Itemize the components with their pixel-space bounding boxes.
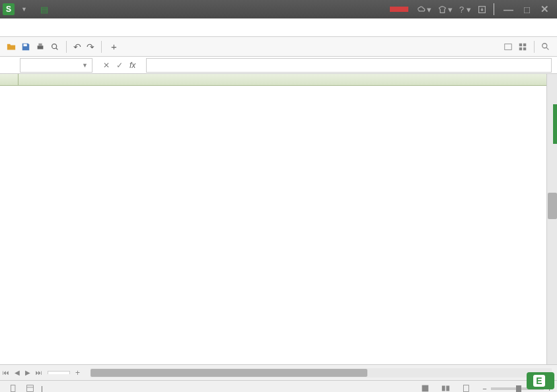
column-headers xyxy=(0,74,546,86)
svg-rect-13 xyxy=(422,385,429,392)
view-page-icon[interactable] xyxy=(462,384,470,392)
scrollbar-thumb[interactable] xyxy=(548,193,557,219)
select-all-corner[interactable] xyxy=(0,74,19,85)
save-icon[interactable] xyxy=(21,42,30,51)
app-dropdown-icon[interactable]: ▼ xyxy=(21,6,27,13)
menubar xyxy=(0,18,557,37)
grid-icon[interactable] xyxy=(518,42,527,51)
svg-rect-7 xyxy=(523,43,526,46)
close-icon[interactable]: ✕ xyxy=(540,3,549,15)
name-box-dropdown-icon[interactable]: ▼ xyxy=(82,62,88,69)
arrow-down-icon[interactable] xyxy=(478,5,486,14)
svg-rect-8 xyxy=(519,47,522,49)
svg-rect-9 xyxy=(523,47,526,49)
sheet-tab[interactable] xyxy=(48,371,70,374)
watermark: E xyxy=(527,372,554,389)
svg-rect-2 xyxy=(38,46,44,49)
separator xyxy=(494,3,494,15)
zoom-out-icon[interactable]: − xyxy=(482,385,486,393)
sheet-nav-last-icon[interactable]: ⏭ xyxy=(33,369,45,376)
horizontal-scrollbar[interactable] xyxy=(91,368,552,377)
open-icon[interactable] xyxy=(7,42,16,51)
sheet-tabs-bar: ⏮ ◀ ▶ ⏭ + xyxy=(0,364,557,380)
selection-indicator xyxy=(553,104,557,144)
svg-rect-6 xyxy=(519,43,522,46)
view-normal-icon[interactable] xyxy=(421,384,429,392)
separator xyxy=(101,41,102,53)
svg-rect-12 xyxy=(27,385,34,392)
sheet-area xyxy=(0,74,557,364)
toolbar: ↶ ↷ + xyxy=(0,37,557,57)
filter-status-icon[interactable] xyxy=(26,384,34,392)
skin-icon[interactable]: ▾ xyxy=(438,5,453,15)
cancel-formula-icon[interactable]: ✕ xyxy=(103,61,110,70)
svg-rect-5 xyxy=(505,44,512,49)
document-icon: ▤ xyxy=(40,5,48,15)
scrollbar-thumb[interactable] xyxy=(91,369,367,377)
undo-icon[interactable]: ↶ xyxy=(73,42,81,52)
accept-formula-icon[interactable]: ✓ xyxy=(116,61,123,70)
svg-rect-3 xyxy=(38,43,42,46)
search-icon[interactable] xyxy=(541,42,550,51)
svg-point-4 xyxy=(52,44,57,48)
help-icon[interactable]: ? ▾ xyxy=(459,5,471,15)
svg-rect-15 xyxy=(446,385,449,391)
svg-rect-1 xyxy=(24,44,27,46)
formula-bar: ▼ ✕ ✓ fx xyxy=(0,57,557,74)
svg-point-10 xyxy=(542,43,547,48)
svg-rect-11 xyxy=(11,385,15,392)
separator xyxy=(66,41,67,53)
view-split-icon[interactable] xyxy=(441,384,450,392)
app-logo: S xyxy=(3,3,15,15)
add-sheet-icon[interactable]: + xyxy=(70,368,85,377)
new-tab-button[interactable]: + xyxy=(106,41,122,52)
name-box[interactable]: ▼ xyxy=(20,58,93,73)
fx-icon[interactable]: fx xyxy=(130,61,135,70)
window-icon[interactable] xyxy=(503,42,513,51)
cloud-icon[interactable]: ▾ xyxy=(417,5,431,15)
minimize-icon[interactable]: — xyxy=(503,4,513,15)
maximize-icon[interactable]: □ xyxy=(524,4,530,15)
statusbar: | − + xyxy=(0,380,557,392)
preview-icon[interactable] xyxy=(50,42,59,51)
redo-icon[interactable]: ↷ xyxy=(87,42,94,52)
svg-rect-14 xyxy=(442,385,445,391)
formula-input[interactable] xyxy=(146,58,552,73)
sheet-nav-first-icon[interactable]: ⏮ xyxy=(0,369,12,376)
sheet-nav-next-icon[interactable]: ▶ xyxy=(22,369,33,376)
login-button[interactable] xyxy=(390,7,408,12)
sheet-nav-prev-icon[interactable]: ◀ xyxy=(12,369,22,376)
separator xyxy=(534,41,535,53)
svg-rect-16 xyxy=(464,385,469,392)
vertical-scrollbar[interactable] xyxy=(546,74,557,364)
print-icon[interactable] xyxy=(36,42,45,51)
doc-status-icon[interactable] xyxy=(9,384,18,392)
titlebar: S ▼ ▤ ▾ ▾ ? ▾ — □ ✕ xyxy=(0,0,557,18)
